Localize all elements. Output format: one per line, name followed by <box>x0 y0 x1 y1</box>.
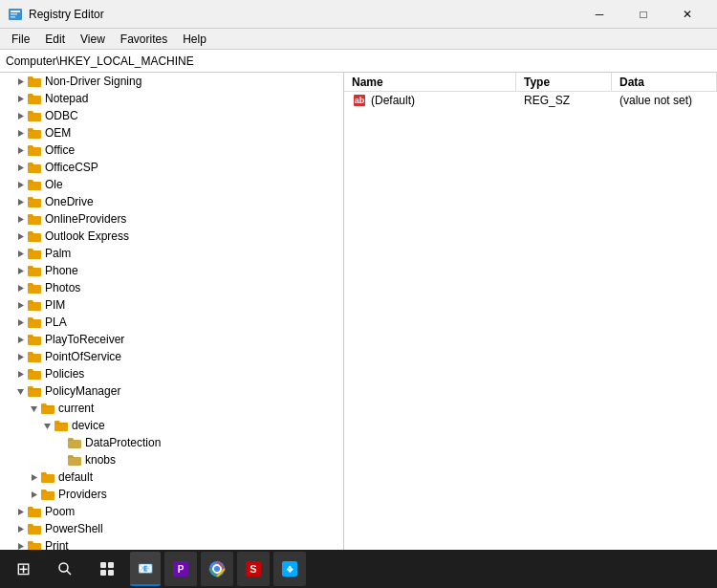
details-name-cell: ab (Default) <box>344 93 516 108</box>
tree-scroll[interactable]: Non-Driver Signing Notepad ODBC OEM Offi… <box>0 73 343 550</box>
tree-item-print[interactable]: Print <box>0 537 343 550</box>
expand-btn-officeCSP[interactable] <box>13 161 27 174</box>
tree-item-odbc[interactable]: ODBC <box>0 107 343 124</box>
close-button[interactable]: ✕ <box>665 0 709 29</box>
tree-item-ole[interactable]: Ole <box>0 176 343 193</box>
folder-icon-phone <box>27 263 42 278</box>
tree-item-outlook-express[interactable]: Outlook Express <box>0 228 343 245</box>
expand-btn-palm[interactable] <box>13 247 27 260</box>
tree-item-onlineproviders[interactable]: OnlineProviders <box>0 210 343 228</box>
tree-item-current[interactable]: current <box>0 400 343 417</box>
expand-btn-oem[interactable] <box>13 126 27 140</box>
folder-icon-onlineproviders <box>27 211 42 227</box>
minimize-button[interactable]: ─ <box>577 0 621 29</box>
folder-icon-pim <box>27 297 42 313</box>
tree-item-office[interactable]: Office <box>0 142 343 159</box>
svg-marker-29 <box>18 543 24 550</box>
col-data[interactable]: Data <box>612 73 717 91</box>
expand-btn-non-driver-signing[interactable] <box>13 75 27 88</box>
expand-btn-print[interactable] <box>13 539 27 550</box>
expand-btn-office[interactable] <box>13 143 27 157</box>
expand-btn-default[interactable] <box>27 470 40 484</box>
tree-item-notepad[interactable]: Notepad <box>0 90 343 107</box>
tree-item-phone[interactable]: Phone <box>0 262 343 279</box>
tree-item-dataprotection[interactable]: DataProtection <box>0 434 343 451</box>
expand-btn-pim[interactable] <box>13 298 27 312</box>
tree-item-pointofservice[interactable]: PointOfService <box>0 348 343 365</box>
expand-btn-device[interactable] <box>40 419 54 432</box>
svg-marker-23 <box>31 406 37 412</box>
purple-app[interactable]: P <box>164 552 197 586</box>
expand-btn-policies[interactable] <box>13 367 27 381</box>
menu-item-file[interactable]: File <box>4 31 37 48</box>
folder-icon-playtoreceiver <box>27 332 42 347</box>
tree-item-providers[interactable]: Providers <box>0 486 343 503</box>
folder-icon-palm <box>27 246 42 261</box>
tree-item-playtoreceiver[interactable]: PlayToReceiver <box>0 331 343 348</box>
tree-label-playtoreceiver: PlayToReceiver <box>45 333 124 346</box>
details-header: Name Type Data <box>344 73 717 92</box>
chrome-app[interactable] <box>201 552 233 586</box>
tree-item-default[interactable]: default <box>0 468 343 486</box>
tree-item-oem[interactable]: OEM <box>0 124 343 142</box>
tree-item-onedrive[interactable]: OneDrive <box>0 193 343 210</box>
tree-item-palm[interactable]: Palm <box>0 245 343 262</box>
expand-btn-notepad[interactable] <box>13 92 27 105</box>
maximize-button[interactable]: □ <box>621 0 665 29</box>
tree-item-policies[interactable]: Policies <box>0 365 343 382</box>
tree-item-officeCSP[interactable]: OfficeCSP <box>0 159 343 176</box>
menu-item-view[interactable]: View <box>73 31 113 48</box>
expand-btn-phone[interactable] <box>13 264 27 277</box>
search-button[interactable] <box>46 552 84 586</box>
expand-btn-onedrive[interactable] <box>13 195 27 208</box>
svg-marker-10 <box>18 182 24 188</box>
expand-btn-pla[interactable] <box>13 316 27 329</box>
expand-btn-playtoreceiver[interactable] <box>13 333 27 346</box>
folder-icon-pointofservice <box>27 349 42 364</box>
outlook-app[interactable]: 📧 <box>130 552 161 586</box>
expand-btn-policymanager[interactable] <box>13 384 27 398</box>
menu-item-favorites[interactable]: Favorites <box>113 31 175 48</box>
expand-btn-odbc[interactable] <box>13 109 27 122</box>
s-app[interactable]: S <box>237 552 270 586</box>
folder-icon-default <box>40 469 55 485</box>
expand-btn-current[interactable] <box>27 402 40 415</box>
tree-item-pim[interactable]: PIM <box>0 296 343 314</box>
expand-btn-onlineproviders[interactable] <box>13 212 27 226</box>
folder-icon-notepad <box>27 91 42 106</box>
expand-btn-pointofservice[interactable] <box>13 350 27 363</box>
expand-btn-ole[interactable] <box>13 178 27 191</box>
tree-item-powershell[interactable]: PowerShell <box>0 520 343 537</box>
tree-label-phone: Phone <box>45 264 78 277</box>
blue-app[interactable]: ❖ <box>273 552 306 586</box>
menu-item-help[interactable]: Help <box>175 31 214 48</box>
col-type[interactable]: Type <box>516 73 612 91</box>
tree-label-pim: PIM <box>45 298 65 312</box>
tree-item-knobs[interactable]: knobs <box>0 451 343 468</box>
svg-marker-13 <box>18 233 24 240</box>
expand-btn-poom[interactable] <box>13 505 27 518</box>
col-name[interactable]: Name <box>344 73 516 91</box>
tree-item-photos[interactable]: Photos <box>0 279 343 296</box>
start-button[interactable]: ⊞ <box>4 552 42 586</box>
folder-icon-policymanager <box>27 383 42 399</box>
tree-item-policymanager[interactable]: PolicyManager <box>0 382 343 400</box>
tree-item-device[interactable]: device <box>0 417 343 434</box>
expand-btn-providers[interactable] <box>27 488 40 501</box>
expand-btn-outlook-express[interactable] <box>13 229 27 243</box>
tree-item-poom[interactable]: Poom <box>0 503 343 520</box>
tree-label-outlook-express: Outlook Express <box>45 229 129 243</box>
folder-icon-ole <box>27 177 42 192</box>
expand-btn-photos[interactable] <box>13 281 27 294</box>
details-panel: Name Type Data ab (Default)REG_SZ(value … <box>344 73 717 550</box>
tree-label-print: Print <box>45 539 69 550</box>
tree-item-non-driver-signing[interactable]: Non-Driver Signing <box>0 73 343 90</box>
folder-icon-officeCSP <box>27 160 42 175</box>
details-row[interactable]: ab (Default)REG_SZ(value not set) <box>344 92 717 109</box>
expand-btn-powershell[interactable] <box>13 522 27 535</box>
svg-marker-20 <box>18 354 24 360</box>
tree-item-pla[interactable]: PLA <box>0 314 343 331</box>
menu-item-edit[interactable]: Edit <box>37 31 73 48</box>
folder-icon-odbc <box>27 108 42 123</box>
task-view-button[interactable] <box>88 552 126 586</box>
